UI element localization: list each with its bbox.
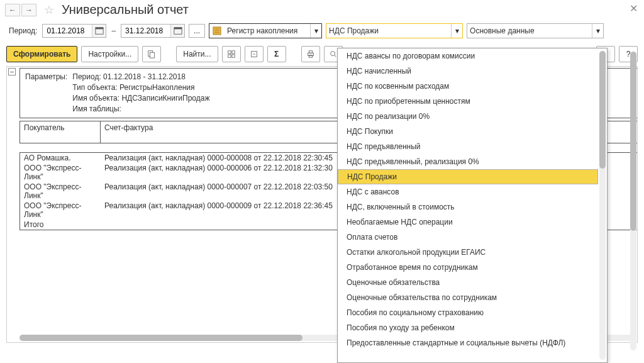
dropdown-item[interactable]: Необлагаемые НДС операции [338,215,598,230]
chevron-down-icon[interactable]: ▾ [592,24,603,38]
svg-rect-13 [309,51,312,53]
dropdown-item[interactable]: Оценочные обязательства [338,275,598,290]
period-row: Период: – ... Регистр накопления ▾ НДС П… [0,22,644,42]
favorite-icon[interactable]: ☆ [44,3,54,17]
total-label: Итого [20,220,101,230]
dropdown-item[interactable]: НДС по реализации 0% [338,109,598,124]
nav-forward-button[interactable]: → [21,4,36,16]
col-buyer: Покупатель [20,121,101,143]
dropdown-item[interactable]: НДС предъявленный [338,139,598,154]
date-from-field[interactable] [42,24,106,38]
object-name-dropdown: НДС авансы по договорам комиссииНДС начи… [337,48,608,363]
vertical-scrollbar[interactable] [630,52,636,350]
svg-rect-6 [150,52,155,58]
collapse-toggle[interactable]: – [8,68,16,75]
svg-rect-9 [228,55,230,57]
register-type-value: Регистр накопления [225,26,310,35]
date-to-input[interactable] [121,25,170,37]
period-dash: – [111,26,116,35]
calendar-icon[interactable] [170,25,184,37]
table-name-select[interactable]: Основные данные ▾ [467,23,604,38]
period-ellipsis-button[interactable]: ... [189,24,205,38]
calendar-icon[interactable] [92,25,106,37]
chevron-down-icon[interactable]: ▾ [451,24,462,38]
form-button[interactable]: Сформировать [6,46,77,62]
period-label: Период: [9,26,37,35]
cell-buyer: ООО "Экспресс-Линк" [20,163,101,182]
dropdown-item[interactable]: НДС Продажи [338,169,598,184]
dropdown-item[interactable]: НДС с авансов [338,184,598,199]
svg-rect-8 [231,51,234,53]
object-name-value: НДС Продажи [326,26,451,35]
cell-buyer: ООО "Экспресс-Линк" [20,182,101,201]
print-button[interactable] [301,46,320,62]
sum-button[interactable]: Σ [267,46,286,62]
page-title: Универсальный отчет [62,3,189,17]
dropdown-item[interactable]: Предоставленные стандартные и социальные… [338,335,598,350]
dropdown-item[interactable]: НДС начисленный [338,64,598,79]
register-type-select[interactable]: Регистр накопления ▾ [209,23,322,38]
find-button[interactable]: Найти... [176,46,218,62]
date-to-field[interactable] [121,24,185,38]
cell-buyer: АО Ромашка. [20,153,101,163]
table-name-value: Основные данные [467,26,592,35]
dropdown-item[interactable]: НДС по приобретенным ценностям [338,94,598,109]
object-name-select[interactable]: НДС Продажи ▾ [326,23,463,38]
titlebar: ← → ☆ Универсальный отчет ✕ [0,0,644,22]
dropdown-item[interactable]: НДС авансы по договорам комиссии [338,48,598,64]
register-icon [212,26,222,36]
expand-all-button[interactable] [222,46,241,62]
date-from-input[interactable] [43,25,92,37]
dropdown-item[interactable]: Пособия по социальному страхованию [338,305,598,320]
dropdown-item[interactable]: Отработанное время по сотрудникам [338,260,598,275]
dropdown-item[interactable]: НДС предъявленный, реализация 0% [338,154,598,169]
svg-rect-3 [174,28,181,30]
svg-rect-10 [231,55,234,57]
params-label: Параметры: [25,72,71,82]
dropdown-item[interactable]: НДС по косвенным расходам [338,79,598,94]
chevron-down-icon[interactable]: ▾ [310,24,321,38]
dropdown-item[interactable]: Оплата счетов [338,230,598,245]
copy-settings-button[interactable] [142,46,161,62]
dropdown-item[interactable]: НДС Покупки [338,124,598,139]
settings-button[interactable]: Настройки... [81,46,138,62]
svg-point-15 [330,52,335,56]
close-button[interactable]: ✕ [630,3,638,14]
collapse-all-button[interactable] [245,46,264,62]
dropdown-item[interactable]: НДС, включенный в стоимость [338,199,598,215]
dropdown-item[interactable]: Остатки алкогольной продукции ЕГАИС [338,245,598,260]
dropdown-scrollbar[interactable] [599,51,606,360]
svg-rect-1 [96,28,103,30]
nav-back-button[interactable]: ← [5,4,20,16]
dropdown-item[interactable]: Оценочные обязательства по сотрудникам [338,290,598,305]
cell-buyer: ООО "Экспресс-Линк" [20,201,101,220]
svg-rect-7 [228,51,230,53]
dropdown-item[interactable]: Пособия по уходу за ребенком [338,320,598,335]
